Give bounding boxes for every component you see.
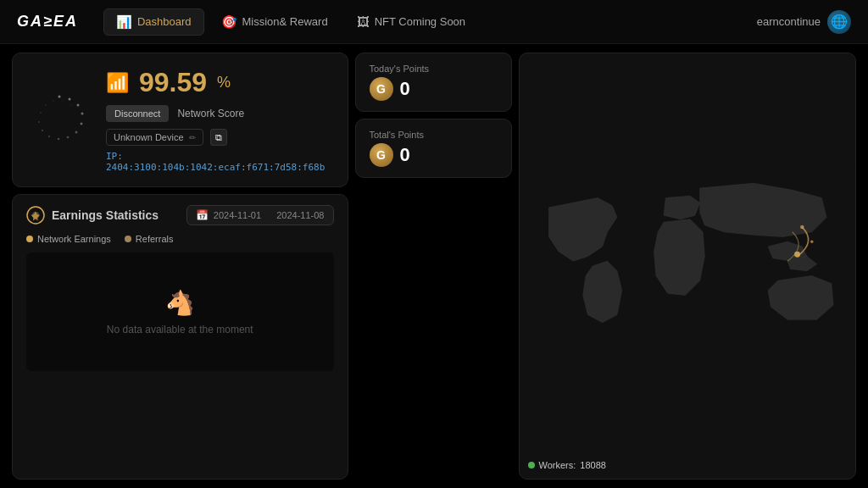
legend-network: Network Earnings xyxy=(26,234,111,244)
referrals-dot xyxy=(125,236,131,242)
earnings-title-area: Earnings Statistics xyxy=(26,206,159,225)
legend: Network Earnings Referrals xyxy=(26,234,334,244)
svg-point-15 xyxy=(70,104,71,106)
coin-icon-total: G xyxy=(370,143,393,167)
date-range[interactable]: 📅 2024-11-01 2024-11-08 xyxy=(186,205,334,225)
earnings-header: Earnings Statistics 📅 2024-11-01 2024-11… xyxy=(26,205,334,225)
calendar-icon: 📅 xyxy=(196,209,209,221)
totals-points-card: Total's Points G 0 xyxy=(355,119,512,178)
disconnect-button[interactable]: Disconnect xyxy=(106,105,169,122)
svg-point-6 xyxy=(67,136,70,138)
earnings-icon xyxy=(26,206,45,225)
chart-area: 🐴 No data available at the moment xyxy=(26,252,334,371)
svg-point-24 xyxy=(47,114,47,114)
no-data-text: No data available at the moment xyxy=(107,324,253,336)
earnings-card: Earnings Statistics 📅 2024-11-01 2024-11… xyxy=(12,194,348,480)
todays-points-label: Today's Points xyxy=(370,64,498,74)
svg-point-30 xyxy=(810,241,813,243)
worker-status-dot xyxy=(528,462,535,469)
device-info: 📶 99.59% Disconnect Network Score Unknow… xyxy=(106,67,331,173)
svg-point-18 xyxy=(73,126,74,127)
svg-point-22 xyxy=(47,127,48,128)
svg-point-29 xyxy=(799,225,804,230)
workers-label: Workers: xyxy=(539,460,576,470)
copy-icon[interactable]: ⧉ xyxy=(210,129,227,146)
totals-points-row: G 0 xyxy=(370,143,498,167)
svg-point-16 xyxy=(75,111,76,113)
totals-points-label: Total's Points xyxy=(370,130,498,140)
user-area: earncontinue 🌐 xyxy=(757,10,851,34)
left-column: 📶 99.59% Disconnect Network Score Unknow… xyxy=(12,53,348,480)
wifi-icon: 📶 xyxy=(106,72,129,94)
svg-point-21 xyxy=(53,132,53,133)
svg-point-1 xyxy=(69,97,71,100)
svg-point-9 xyxy=(42,129,43,130)
edit-icon[interactable]: ✏ xyxy=(189,133,196,142)
svg-point-23 xyxy=(45,120,46,121)
coin-icon-today: G xyxy=(370,77,393,101)
nav-dashboard[interactable]: 📊 Dashboard xyxy=(103,8,204,36)
svg-point-20 xyxy=(60,134,61,135)
ip-address: IP: 2404:3100:104b:1042:ecaf:f671:7d58:f… xyxy=(106,151,331,173)
totals-points-value: 0 xyxy=(400,144,410,166)
svg-point-2 xyxy=(77,103,80,106)
no-data-icon: 🐴 xyxy=(165,289,195,317)
workers-count: 18088 xyxy=(580,460,606,470)
svg-point-8 xyxy=(48,135,50,136)
referrals-label: Referrals xyxy=(136,234,174,244)
svg-point-12 xyxy=(45,104,47,106)
mission-icon: 🎯 xyxy=(221,14,237,30)
points-column: Today's Points G 0 Total's Points G 0 xyxy=(355,53,512,480)
svg-point-14 xyxy=(62,100,64,102)
user-globe-icon[interactable]: 🌐 xyxy=(827,10,851,34)
svg-point-13 xyxy=(53,100,54,102)
device-logo xyxy=(30,91,89,150)
earnings-title: Earnings Statistics xyxy=(52,208,159,222)
svg-point-0 xyxy=(58,95,61,97)
nav-mission[interactable]: 🎯 Mission& Reward xyxy=(209,8,340,36)
nav-nft[interactable]: 🖼 NFT Coming Soon xyxy=(345,8,477,36)
network-score-label: Network Score xyxy=(177,108,244,119)
score-percent: % xyxy=(217,74,231,92)
main-content: 📶 99.59% Disconnect Network Score Unknow… xyxy=(0,44,868,488)
date-to: 2024-11-08 xyxy=(276,210,324,220)
todays-points-row: G 0 xyxy=(370,77,498,101)
svg-point-3 xyxy=(81,112,84,114)
svg-point-7 xyxy=(58,137,60,140)
date-from: 2024-11-01 xyxy=(214,210,261,220)
map-card: Workers: 18088 xyxy=(519,53,857,480)
svg-point-17 xyxy=(75,119,77,120)
nft-icon: 🖼 xyxy=(357,14,370,29)
header: GA≥EA 📊 Dashboard 🎯 Mission& Reward 🖼 NF… xyxy=(0,0,868,44)
nav-dashboard-label: Dashboard xyxy=(137,15,192,28)
network-score-value: 99.59 xyxy=(139,67,207,98)
username: earncontinue xyxy=(757,15,821,28)
network-earnings-label: Network Earnings xyxy=(37,234,111,244)
network-dot xyxy=(26,236,33,242)
date-separator xyxy=(266,210,271,220)
svg-point-19 xyxy=(67,131,68,132)
legend-referrals: Referrals xyxy=(125,234,174,244)
svg-point-10 xyxy=(38,120,40,122)
svg-point-11 xyxy=(40,111,42,113)
todays-points-card: Today's Points G 0 xyxy=(355,53,512,112)
app-logo: GA≥EA xyxy=(17,13,78,30)
nav-mission-label: Mission& Reward xyxy=(242,15,328,28)
todays-points-value: 0 xyxy=(400,78,410,100)
main-nav: 📊 Dashboard 🎯 Mission& Reward 🖼 NFT Comi… xyxy=(103,8,757,36)
dashboard-icon: 📊 xyxy=(116,14,132,30)
svg-point-4 xyxy=(81,122,83,125)
device-card: 📶 99.59% Disconnect Network Score Unknow… xyxy=(12,53,348,187)
svg-point-28 xyxy=(794,252,800,258)
workers-badge: Workers: 18088 xyxy=(528,460,606,470)
device-name: Unknown Device xyxy=(114,132,184,142)
nav-nft-label: NFT Coming Soon xyxy=(375,15,465,28)
device-name-box: Unknown Device ✏ xyxy=(106,129,203,146)
svg-point-5 xyxy=(75,130,78,133)
world-map xyxy=(520,53,856,479)
svg-point-26 xyxy=(32,212,39,219)
